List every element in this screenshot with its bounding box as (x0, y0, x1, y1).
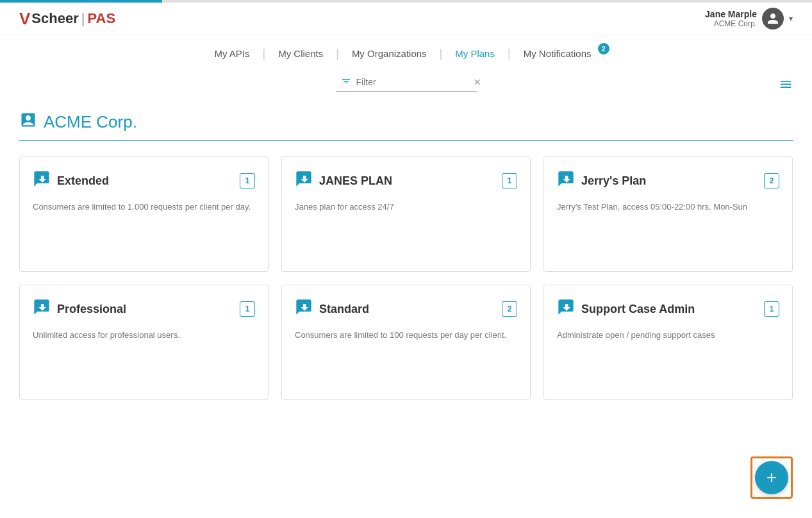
plan-card-title: Extended (57, 174, 109, 188)
plan-icon (295, 170, 313, 192)
logo-v: V (19, 9, 30, 29)
list-view-icon[interactable] (779, 77, 793, 94)
header: VScheer|PAS Jane Marple ACME Corp. ▾ (0, 3, 812, 35)
plan-card-desc: Consumers are limited to 1.000 requests … (33, 201, 255, 213)
user-org: ACME Corp. (705, 19, 757, 28)
plan-card-title-group: Extended (33, 170, 109, 192)
clear-icon[interactable]: ✕ (474, 77, 481, 87)
plan-card-desc: Administrate open / pending support case… (557, 329, 779, 342)
org-icon (19, 111, 37, 133)
plan-card-header: Jerry's Plan 2 (557, 170, 779, 192)
plan-card-title: Standard (319, 303, 369, 316)
plan-card-title-group: Professional (33, 298, 126, 320)
nav-my-clients[interactable]: My Clients (265, 48, 336, 59)
plan-icon (557, 170, 575, 192)
filter-bar: ✕ (0, 67, 812, 104)
chevron-down-icon[interactable]: ▾ (789, 14, 793, 23)
plan-icon (557, 298, 575, 320)
user-avatar[interactable] (762, 8, 784, 29)
plan-card-title: Support Case Admin (581, 303, 695, 316)
plan-card-badge: 1 (502, 173, 517, 188)
logo-sep: | (81, 10, 85, 27)
plan-card-title: Professional (57, 303, 126, 316)
plan-card-desc: Janes plan for access 24/7 (295, 201, 517, 213)
plan-card-title-group: Jerry's Plan (557, 170, 646, 192)
plan-card-header: Professional 1 (33, 298, 255, 320)
plan-card-desc: Consumers are limited to 100 requests pe… (295, 329, 517, 342)
logo-scheer: Scheer (31, 10, 78, 27)
plan-card-title: JANES PLAN (319, 174, 392, 188)
plan-card-header: Standard 2 (295, 298, 517, 320)
filter-container: ✕ (336, 73, 477, 92)
main-nav: My APIs | My Clients | My Organizations … (0, 35, 812, 67)
plan-card-header: Support Case Admin 1 (557, 298, 779, 320)
filter-icon (341, 76, 351, 88)
plan-card-badge: 1 (240, 301, 255, 317)
nav-my-plans[interactable]: My Plans (442, 48, 508, 59)
user-name: Jane Marple (705, 9, 757, 19)
filter-input[interactable] (356, 77, 468, 87)
user-info: Jane Marple ACME Corp. ▾ (705, 8, 793, 29)
nav-my-organizations[interactable]: My Organizations (339, 48, 440, 59)
plan-card-title-group: JANES PLAN (295, 170, 392, 192)
plan-card-title: Jerry's Plan (581, 174, 646, 188)
nav-my-apis[interactable]: My APIs (201, 48, 262, 59)
plan-card-badge: 1 (240, 173, 255, 188)
plans-grid: Extended 1 Consumers are limited to 1.00… (19, 156, 793, 400)
logo[interactable]: VScheer|PAS (19, 9, 115, 29)
plan-card[interactable]: Extended 1 Consumers are limited to 1.00… (19, 156, 269, 272)
plan-card[interactable]: Standard 2 Consumers are limited to 100 … (281, 285, 531, 400)
user-details: Jane Marple ACME Corp. (705, 9, 757, 28)
plan-card-desc: Jerry's Test Plan, access 05:00-22:00 hr… (557, 201, 779, 213)
plan-icon (33, 298, 51, 320)
logo-pas: PAS (87, 10, 115, 27)
org-header: ACME Corp. (19, 104, 793, 141)
plan-card[interactable]: JANES PLAN 1 Janes plan for access 24/7 (281, 156, 531, 272)
plan-card-title-group: Standard (295, 298, 369, 320)
plan-card[interactable]: Professional 1 Unlimited access for prof… (19, 285, 269, 400)
plan-card-badge: 1 (764, 301, 779, 317)
notifications-badge: 2 (598, 43, 609, 54)
plan-card-desc: Unlimited access for professional users. (33, 329, 255, 342)
plan-card[interactable]: Support Case Admin 1 Administrate open /… (543, 285, 793, 400)
org-name: ACME Corp. (44, 112, 137, 132)
plan-icon (295, 298, 313, 320)
plan-card-badge: 2 (502, 301, 517, 317)
nav-my-notifications[interactable]: My Notifications 2 (511, 48, 611, 59)
plan-card-badge: 2 (764, 173, 779, 188)
plan-icon (33, 170, 51, 192)
main-content: ACME Corp. Extended 1 Consumers are limi… (0, 104, 812, 419)
plan-card-header: JANES PLAN 1 (295, 170, 517, 192)
plan-card-header: Extended 1 (33, 170, 255, 192)
plan-card[interactable]: Jerry's Plan 2 Jerry's Test Plan, access… (543, 156, 793, 272)
plan-card-title-group: Support Case Admin (557, 298, 695, 320)
